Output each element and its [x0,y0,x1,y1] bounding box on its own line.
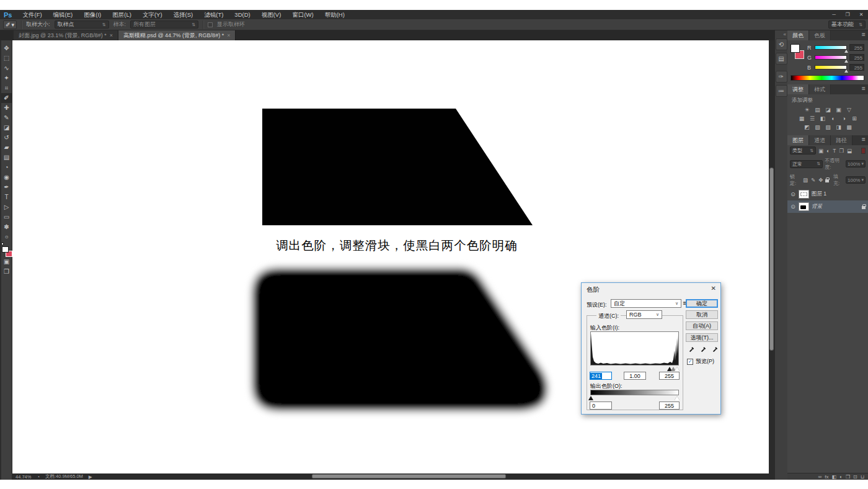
tab-channels[interactable]: 通道 [809,135,831,145]
green-slider[interactable] [815,55,847,60]
workspace-select[interactable]: 基本功能 ⇅ [828,20,866,29]
menu-image[interactable]: 图像(I) [78,10,107,19]
minimize-button[interactable]: ─ [827,10,841,19]
sample-select[interactable]: 所有图层 ⇅ [130,20,198,29]
tab-paths[interactable]: 路径 [831,135,852,145]
lock-transparency-icon[interactable]: ▨ [802,177,808,183]
color-spectrum-ramp[interactable] [790,75,864,81]
eyedropper-tool[interactable]: ✐ [1,93,12,103]
menu-file[interactable]: 文件(F) [17,10,47,19]
preview-checkbox[interactable]: ✓ [687,359,693,365]
screen-mode-button[interactable]: ❐ [1,267,12,277]
layer-name[interactable]: 图层 1 [812,191,826,198]
brightness-contrast-icon[interactable]: ☀ [802,106,812,114]
blur-tool[interactable]: ◔ [1,163,12,173]
gradient-tool[interactable]: ▤ [1,153,12,163]
new-group-icon[interactable]: ❒ [846,474,850,480]
ok-button[interactable]: 确定 [686,299,718,308]
input-gamma-field[interactable]: 1.00 [624,372,646,380]
zoom-level[interactable]: 44.74% [16,474,31,480]
adjust-sliders-panel-icon[interactable]: ≔ [776,85,787,97]
menu-filter[interactable]: 滤镜(T) [198,10,229,19]
info-panel-icon[interactable]: ✑ [776,71,787,83]
preset-select[interactable]: 自定 ∨ [611,299,681,308]
link-layers-icon[interactable]: ∞ [818,474,822,480]
menu-type[interactable]: 文字(Y) [137,10,168,19]
layer-row-1[interactable]: ⊙ 图层 1 [787,188,868,200]
vibrance-icon[interactable]: ▽ [844,106,854,114]
horizontal-scrollbar[interactable] [312,474,506,478]
color-balance-icon[interactable]: ☰ [808,115,817,122]
delete-layer-icon[interactable]: ⊔ [861,474,864,480]
tab-styles[interactable]: 样式 [809,84,831,94]
layer-row-background[interactable]: ⊙ 背景 [787,200,868,213]
default-colors-icon[interactable] [1,243,4,245]
color-lookup-icon[interactable]: ⊞ [850,115,859,122]
channel-mixer-icon[interactable]: ◑ [839,115,849,122]
dodge-tool[interactable]: ◉ [1,173,12,182]
filter-shape-icon[interactable]: ❒ [838,148,844,154]
layer-style-icon[interactable]: fx [825,474,828,480]
levels-icon[interactable]: ▤ [813,106,822,114]
gradient-map-icon[interactable]: ▩ [844,123,854,131]
path-selection-tool[interactable]: ▷ [1,202,12,212]
lasso-tool[interactable]: ∿ [1,63,12,73]
clone-stamp-tool[interactable]: ◪ [1,123,12,133]
layer-filter-toggle[interactable] [861,148,866,154]
input-shadow-field[interactable]: 241 [590,372,612,380]
panel-menu-icon[interactable]: ≣ [861,30,868,40]
channel-select[interactable]: RGB ∨ [626,310,662,319]
hand-tool[interactable]: ✽ [1,222,12,232]
vertical-scrollbar-track[interactable] [769,40,774,480]
eraser-tool[interactable]: ▰ [1,143,12,153]
foreground-color-swatch[interactable] [790,44,800,53]
panel-menu-icon[interactable]: ≣ [861,84,868,94]
green-value[interactable]: 255 [849,54,864,61]
menu-edit[interactable]: 编辑(E) [48,10,79,19]
spot-healing-tool[interactable]: ✚ [1,103,12,113]
black-white-icon[interactable]: ◧ [818,115,828,122]
blend-mode-select[interactable]: 正常 ⇅ [790,160,823,168]
posterize-icon[interactable]: ▧ [813,123,822,131]
pen-tool[interactable]: ✒ [1,182,12,192]
history-panel-icon[interactable]: ⟲ [776,38,787,50]
blue-value[interactable]: 255 [849,64,864,71]
output-highlight-field[interactable]: 255 [659,402,680,410]
tab-adjustments[interactable]: 调整 [787,84,809,94]
quick-mask-button[interactable]: ▣ [1,257,12,267]
menu-select[interactable]: 选择(S) [168,10,199,19]
red-slider[interactable] [815,45,847,50]
quick-selection-tool[interactable]: ✦ [1,73,12,83]
history-brush-tool[interactable]: ↺ [1,133,12,143]
marquee-tool[interactable]: ⬚ [1,53,12,63]
gray-point-eyedropper-icon[interactable] [699,345,707,353]
cancel-button[interactable]: 取消 [686,310,718,319]
layer-name[interactable]: 背景 [812,203,822,210]
status-flyout-icon[interactable]: ▶ [89,474,92,480]
highlight-input-slider[interactable] [675,367,680,371]
menu-view[interactable]: 视图(V) [256,10,287,19]
close-button[interactable]: ✕ [854,10,868,19]
current-tool-button[interactable]: ✐ ▾ [3,20,17,29]
layer-mask-icon[interactable]: ◧ [831,474,836,480]
move-tool[interactable]: ✥ [1,43,12,53]
fill-input[interactable]: 100% ▾ [846,176,866,184]
filter-smartobject-icon[interactable]: ⬓ [846,148,852,154]
photo-filter-icon[interactable]: ◐ [829,115,838,122]
menu-window[interactable]: 窗口(W) [286,10,319,19]
options-button[interactable]: 选项(T)... [686,333,718,342]
selective-color-icon[interactable]: ◨ [834,123,843,131]
filter-pixel-icon[interactable]: ▣ [818,148,824,154]
output-shadow-slider[interactable] [588,396,593,400]
white-point-eyedropper-icon[interactable] [711,345,719,353]
color-panel-swatches[interactable] [790,44,804,65]
properties-panel-icon[interactable]: ▤ [776,53,787,65]
filter-adjustment-icon[interactable]: ◐ [826,148,830,154]
tab-layers[interactable]: 图层 [787,135,809,145]
tab-swatches[interactable]: 色板 [809,30,831,40]
collapse-panels-icon[interactable]: « [784,32,786,37]
show-ring-checkbox[interactable] [208,22,213,27]
threshold-icon[interactable]: ▨ [823,123,833,131]
filter-type-icon[interactable]: T [832,148,836,154]
hue-saturation-icon[interactable]: ▦ [797,115,807,122]
